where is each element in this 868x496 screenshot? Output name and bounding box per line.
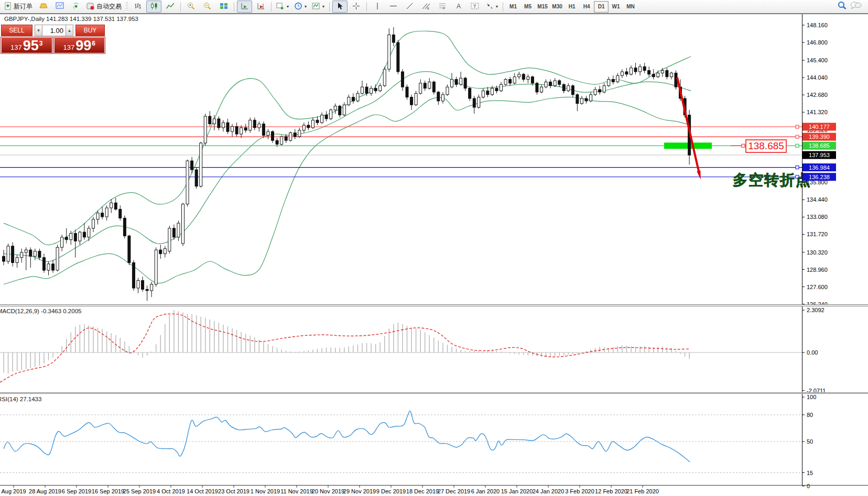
signal-button[interactable]	[68, 1, 83, 13]
svg-text:16 Sep 2019: 16 Sep 2019	[92, 488, 124, 494]
svg-text:128.960: 128.960	[807, 267, 828, 273]
svg-text:18 Dec 2019: 18 Dec 2019	[406, 488, 439, 494]
chart-title: GBPJPY-,Daily 141.283 141.339 137.531 13…	[4, 16, 138, 22]
autotrading-icon	[86, 2, 95, 12]
channel-button[interactable]: E	[418, 1, 433, 13]
toolbar-grip	[126, 2, 128, 12]
svg-text:134.440: 134.440	[807, 196, 828, 203]
bar-chart-button[interactable]	[130, 1, 145, 13]
chart-shift-button[interactable]	[253, 1, 268, 13]
vertical-line-button[interactable]	[370, 1, 385, 13]
indicators-icon	[312, 2, 320, 12]
svg-text:138.685: 138.685	[809, 142, 830, 149]
svg-text:0: 0	[807, 483, 810, 489]
svg-text:137.953: 137.953	[809, 152, 830, 158]
tile-windows-button[interactable]	[216, 1, 231, 13]
autotrading-button[interactable]: 自动交易	[84, 1, 124, 13]
arrows-button[interactable]: ▾	[483, 1, 500, 13]
horizontal-line-button[interactable]	[386, 1, 401, 13]
zoom-out-icon	[203, 2, 212, 12]
one-click-trading-panel: SELL ▼ 1.00 ▲ BUY 137 95 3 137 99 6	[1, 25, 105, 53]
sell-button[interactable]: SELL	[1, 25, 32, 36]
profiles-icon	[294, 2, 302, 12]
ask-prefix: 137	[63, 43, 75, 51]
chart-shift-icon	[257, 2, 265, 12]
bid-price-display[interactable]: 137 95 3	[1, 37, 52, 53]
svg-text:50: 50	[807, 438, 813, 445]
ask-big: 99	[75, 39, 91, 52]
chart-area[interactable]: 138.685多空转折点GBPJPY-,Daily 141.283 141.33…	[0, 0, 868, 496]
gold-icon	[39, 2, 48, 11]
svg-text:28 Aug 2019: 28 Aug 2019	[29, 488, 61, 494]
timeframe-W1[interactable]: W1	[609, 1, 623, 13]
timeframe-bar: M1M5M15M30H1H4D1W1MN	[506, 1, 638, 13]
cursor-button[interactable]	[332, 1, 348, 13]
new-chart-icon	[276, 2, 285, 12]
svg-text:136.238: 136.238	[809, 174, 830, 180]
new-order-button[interactable]: 新订单	[2, 1, 35, 13]
svg-text:15: 15	[807, 470, 813, 476]
zoom-in-icon	[187, 2, 196, 12]
signal-icon	[72, 2, 80, 12]
svg-text:A: A	[457, 3, 461, 10]
svg-text:6 Jan 2020: 6 Jan 2020	[471, 488, 500, 494]
text-icon: A	[455, 2, 462, 12]
ask-sup: 6	[92, 40, 95, 47]
rsi-title: RSI(14) 27.1433	[0, 396, 41, 402]
crosshair-button[interactable]	[349, 1, 364, 13]
bid-sup: 3	[39, 40, 43, 47]
svg-text:130.320: 130.320	[807, 249, 828, 256]
svg-text:1 Nov 2019: 1 Nov 2019	[251, 488, 280, 494]
buy-button[interactable]: BUY	[75, 25, 105, 36]
line-chart-icon	[166, 2, 175, 12]
text-label-button[interactable]: T	[467, 1, 482, 13]
chart-window-button[interactable]	[52, 1, 67, 13]
indicators-button[interactable]: ▾	[310, 1, 327, 13]
volume-up-button[interactable]: ▲	[66, 25, 73, 36]
timeframe-MN[interactable]: MN	[623, 1, 638, 13]
ask-price-display[interactable]: 137 99 6	[54, 37, 105, 53]
bar-chart-icon	[134, 2, 142, 12]
volume-down-button[interactable]: ▼	[35, 25, 42, 36]
svg-text:141.320: 141.320	[807, 109, 828, 115]
timeframe-M1[interactable]: M1	[506, 1, 520, 13]
mt4-window: { "toolbar": { "new_order_label": "新订单",…	[0, 0, 868, 496]
new-chart-button[interactable]: ▾	[274, 1, 291, 13]
vertical-line-icon	[374, 2, 381, 12]
line-chart-button[interactable]	[162, 1, 178, 13]
zoom-out-button[interactable]	[200, 1, 215, 13]
text-button[interactable]: A	[451, 1, 466, 13]
autotrading-label: 自动交易	[96, 2, 122, 11]
svg-text:80: 80	[807, 412, 813, 418]
timeframe-H1[interactable]: H1	[565, 1, 579, 13]
profiles-button[interactable]: ▾	[292, 1, 309, 13]
svg-text:T: T	[473, 4, 476, 9]
svg-text:2.3092: 2.3092	[807, 307, 824, 313]
timeframe-D1[interactable]: D1	[594, 1, 609, 13]
svg-text:29 Nov 2019: 29 Nov 2019	[343, 488, 376, 494]
zoom-in-button[interactable]	[183, 1, 199, 13]
market-button[interactable]	[36, 1, 51, 13]
svg-text:12 Feb 2020: 12 Feb 2020	[595, 488, 627, 494]
svg-text:F: F	[443, 7, 445, 10]
timeframe-H4[interactable]: H4	[579, 1, 594, 13]
tile-windows-icon	[220, 2, 228, 12]
svg-text:24 Jan 2020: 24 Jan 2020	[533, 488, 565, 494]
svg-text:6 Sep 2019: 6 Sep 2019	[62, 488, 91, 494]
chat-icon[interactable]	[850, 1, 862, 12]
arrows-icon	[485, 2, 494, 12]
svg-text:23 Oct 2019: 23 Oct 2019	[218, 488, 249, 494]
timeframe-M5[interactable]: M5	[520, 1, 535, 13]
timeframe-M15[interactable]: M15	[535, 1, 550, 13]
svg-text:Aug 2019: Aug 2019	[1, 488, 26, 494]
timeframe-M30[interactable]: M30	[550, 1, 565, 13]
svg-text:E: E	[427, 7, 429, 10]
candlestick-button[interactable]	[146, 1, 161, 13]
text-label-icon: T	[471, 2, 479, 12]
fibonacci-button[interactable]: F	[435, 1, 450, 13]
auto-scroll-button[interactable]	[237, 1, 252, 13]
search-icon[interactable]	[838, 1, 847, 12]
svg-text:0.00: 0.00	[807, 349, 818, 356]
volume-input[interactable]: 1.00	[42, 25, 66, 36]
trendline-button[interactable]	[402, 1, 417, 13]
